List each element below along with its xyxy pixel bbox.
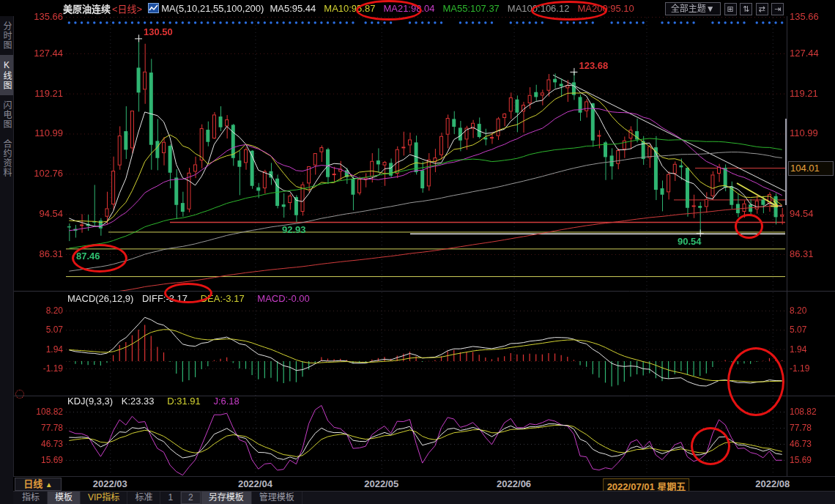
toolbar-tab-8[interactable]: 管理模板 [252, 492, 303, 504]
ma-settings-label[interactable]: MA(5,10,21,55,100,200) [161, 3, 264, 14]
red-circle-annotation-6 [691, 427, 730, 465]
price-axis-left-label: 127.44 [18, 48, 63, 59]
price-axis-left-label: 86.31 [18, 248, 63, 259]
macd-axis-left-label: 1.94 [18, 344, 63, 355]
price-axis-right-label: 119.21 [790, 88, 818, 99]
time-label: 2022/03 [93, 478, 127, 489]
price-axis-left-label: 94.54 [18, 208, 63, 219]
kdj-axis-right-label: 77.78 [790, 423, 812, 433]
macd-axis-right-label: 1.94 [790, 344, 806, 355]
red-circle-annotation-3 [72, 244, 127, 273]
kdj-pane-header: KDJ(9,3,3) K:23.33 D:31.91 J:6.18 [67, 396, 240, 407]
sidebar: 分时图K线图闪电图合约资料 [0, 16, 14, 504]
time-label: 2022/08 [755, 478, 790, 489]
sidebar-item-1[interactable]: 分时图 [0, 16, 13, 55]
kdj-axis-right-label: 108.82 [790, 407, 817, 417]
kdj-axis-right-label: 15.69 [790, 455, 812, 465]
level-price-label: 92.93 [282, 224, 306, 235]
price-axis-left-label: 102.76 [18, 168, 63, 179]
macd-title: MACD(26,12,9) [67, 293, 133, 304]
kdj-axis-left-label: 15.69 [18, 455, 63, 465]
expand-right-icon[interactable]: ⇥ [771, 3, 784, 15]
trading-app: 美原油连续 <日线> MA(5,10,21,55,100,200) MA5:95… [0, 0, 835, 504]
period-button[interactable]: 日线 ▲ [15, 478, 62, 491]
indicator-settings-icon[interactable] [15, 390, 24, 399]
toolbar-tab-5[interactable]: 1 [160, 492, 181, 504]
bottom-toolbar: 指标模板VIP指标标准12另存模板管理模板 [13, 491, 835, 504]
sidebar-item-2[interactable]: K线图 [0, 55, 13, 95]
symbol-name[interactable]: 美原油连续 [63, 1, 111, 15]
price-axis-left-label: 110.99 [18, 127, 63, 138]
toolbar-tab-1[interactable]: 指标 [15, 492, 48, 504]
red-circle-annotation-4 [735, 214, 763, 239]
kdj-axis-right-label: 46.73 [790, 439, 812, 449]
kdj-axis-left-label: 46.73 [18, 439, 63, 449]
window-icons: ⊞ ⇅ ⇄ ⇥ [724, 1, 784, 15]
scrollbar[interactable] [785, 119, 787, 205]
toolbar-tab-7[interactable]: 另存模板 [201, 492, 252, 504]
level-price-label: 90.54 [678, 236, 702, 247]
toolbar-tab-2[interactable]: 模板 [48, 492, 81, 504]
current-price-label: 104.01 [788, 161, 834, 176]
macd-axis-right-label: 5.07 [790, 325, 806, 335]
header-right-controls: 全部主题▼ ⊞ ⇅ ⇄ ⇥ [665, 1, 784, 15]
kdj-axis-left-label: 108.82 [18, 407, 63, 417]
toolbar-tab-4[interactable]: 标准 [127, 492, 160, 504]
sidebar-item-3[interactable]: 闪电图 [0, 95, 13, 134]
red-circle-annotation-2 [531, 1, 607, 21]
price-axis-right-label: 127.44 [790, 48, 819, 59]
macd-axis-left-label: -1.19 [18, 363, 63, 374]
kdj-axis-left-label: 77.78 [18, 423, 63, 433]
peak-price-label: 123.68 [579, 60, 608, 71]
time-label: 2022/06 [497, 478, 531, 489]
red-circle-annotation-5 [727, 347, 784, 416]
macd-bar-value: MACD:-0.00 [257, 293, 310, 304]
kdj-d-value: D:31.91 [167, 396, 201, 407]
macd-axis-left-label: 5.07 [18, 325, 63, 335]
macd-axis-right-label: -1.19 [790, 363, 809, 374]
price-axis-left-label: 119.21 [18, 88, 63, 99]
red-circle-annotation-1 [356, 0, 422, 21]
pan-icon[interactable]: ⊞ [724, 3, 737, 15]
kdj-title: KDJ(9,3,3) [67, 396, 113, 407]
macd-axis-right-label: 8.20 [790, 305, 806, 316]
price-axis-right-label: 86.31 [790, 248, 814, 259]
period-tag[interactable]: <日线> [112, 1, 142, 15]
price-axis-right-label: 110.99 [790, 127, 818, 138]
scale-vertical-icon[interactable]: ⇅ [740, 3, 752, 15]
scale-horizontal-icon[interactable]: ⇄ [756, 3, 768, 15]
period-arrow-icon: ▲ [45, 481, 53, 489]
toolbar-tab-3[interactable]: VIP指标 [81, 492, 127, 504]
chart-type-icon [148, 3, 159, 13]
toolbar-tab-6[interactable]: 2 [181, 492, 201, 504]
peak-price-label: 130.50 [144, 26, 173, 37]
ma-value-0: MA5:95.44 [270, 3, 316, 14]
red-circle-annotation-7 [164, 283, 212, 303]
macd-axis-left-label: 8.20 [18, 305, 63, 316]
kdj-j-value: J:6.18 [213, 396, 239, 407]
ma-value-3: MA55:107.37 [443, 3, 500, 14]
sidebar-item-4[interactable]: 合约资料 [0, 134, 13, 182]
time-label: 2022/05 [364, 478, 398, 489]
kdj-k-value: K:23.33 [122, 396, 155, 407]
time-axis: 日线 ▲ 2022/032022/042022/052022/062022/07… [13, 476, 835, 492]
time-label: 2022/04 [238, 478, 272, 489]
theme-dropdown-button[interactable]: 全部主题▼ [665, 2, 721, 15]
price-axis-right-label: 94.54 [790, 208, 814, 219]
